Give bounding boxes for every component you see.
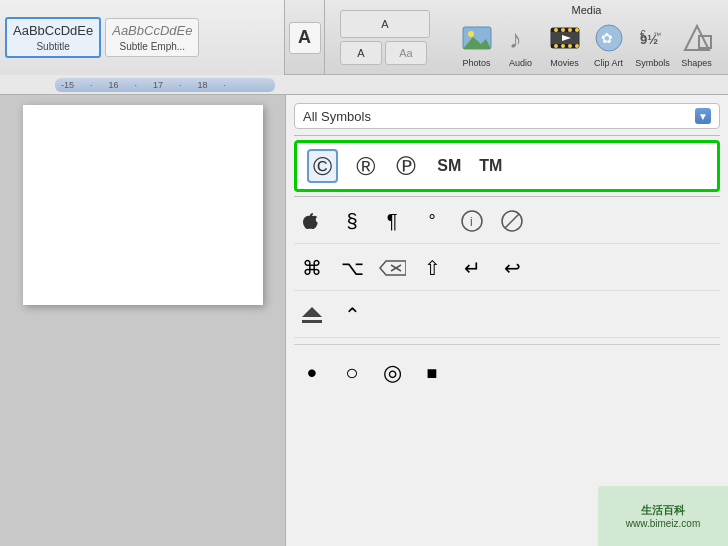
watermark: 生活百科 www.bimeiz.com [598, 486, 728, 546]
sound-recording-symbol[interactable]: ℗ [393, 153, 419, 179]
trademark-symbol[interactable]: TM [479, 158, 502, 174]
styles-panel: AaBbCcDdEe Subtitle AaBbCcDdEe Subtle Em… [0, 0, 285, 75]
black-square-symbol[interactable]: ■ [414, 355, 450, 391]
symbols-icon: 9½ € ™ [635, 20, 671, 56]
symbol-row-2: ⌘ ⌥ ⇧ ↵ ↩ [294, 246, 720, 291]
option-symbol[interactable]: ⌥ [334, 250, 370, 286]
media-title: Media [572, 4, 602, 16]
svg-point-1 [468, 31, 474, 37]
symbols-panel: All Symbols ▼ © ® ℗ SM TM § ¶ ° i [285, 95, 728, 546]
media-photos-button[interactable]: Photos [459, 20, 495, 68]
movies-icon [547, 20, 583, 56]
service-mark-symbol[interactable]: SM [437, 158, 461, 174]
symbol-grid: § ¶ ° i ⌘ ⌥ [294, 199, 720, 395]
svg-marker-30 [302, 307, 322, 317]
symbol-row-3: ⌃ [294, 293, 720, 338]
no-entry-symbol[interactable] [494, 203, 530, 239]
command-symbol[interactable]: ⌘ [294, 250, 330, 286]
toolbar: AaBbCcDdEe Subtitle AaBbCcDdEe Subtle Em… [0, 0, 728, 75]
svg-point-13 [568, 44, 572, 48]
control-symbol[interactable]: ⌃ [334, 297, 370, 333]
media-shapes-button[interactable]: Shapes [679, 20, 715, 68]
photos-label: Photos [462, 58, 490, 68]
symbols-dropdown[interactable]: All Symbols ▼ [294, 103, 720, 129]
font-size-icon: A [298, 27, 311, 48]
svg-text:i: i [470, 215, 473, 229]
ruler-dot-4: · [224, 80, 227, 90]
document-area [0, 95, 285, 546]
media-movies-button[interactable]: Movies [547, 20, 583, 68]
copyright-symbol[interactable]: © [307, 149, 338, 183]
style-subtle-emph-label: Subtle Emph... [120, 41, 186, 52]
ruler: -15 · 16 · 17 · 18 · [0, 75, 728, 95]
font-color-icon: A [357, 47, 364, 59]
symbols-dropdown-text: All Symbols [303, 109, 371, 124]
degree-symbol[interactable]: ° [414, 203, 450, 239]
svg-point-12 [561, 44, 565, 48]
apple-symbol[interactable] [294, 203, 330, 239]
dropdown-arrow-icon: ▼ [695, 108, 711, 124]
ruler-num-16: 16 [109, 80, 119, 90]
bullet-symbol[interactable]: • [294, 355, 330, 391]
movies-label: Movies [550, 58, 579, 68]
ruler-num-18: 18 [198, 80, 208, 90]
ruler-dot-1: · [90, 80, 93, 90]
style-subtle-emph[interactable]: AaBbCcDdEe Subtle Emph... [105, 18, 199, 58]
ruler-numbers: -15 · 16 · 17 · 18 · [61, 80, 226, 90]
info-symbol[interactable]: i [454, 203, 490, 239]
section-symbol[interactable]: § [334, 203, 370, 239]
svg-text:™: ™ [653, 31, 661, 40]
font-highlight-button[interactable]: Aa [385, 41, 427, 65]
font-size-button[interactable]: A [289, 22, 321, 54]
clipart-icon: ✿ [591, 20, 627, 56]
media-audio-button[interactable]: ♪ Audio [503, 20, 539, 68]
font-color-button[interactable]: A [340, 41, 382, 65]
watermark-line2: www.bimeiz.com [626, 518, 700, 529]
document-page [23, 105, 263, 305]
media-panel: Media Photos ♪ [445, 0, 728, 74]
font-format-buttons: A A Aa [340, 10, 430, 65]
ruler-inner: -15 · 16 · 17 · 18 · [55, 78, 275, 92]
shift-symbol[interactable]: ⇧ [414, 250, 450, 286]
symbol-row-4: • ○ ◎ ■ [294, 351, 720, 395]
font-name-button[interactable]: A [340, 10, 430, 38]
eject-symbol[interactable] [294, 297, 330, 333]
separator-below-highlight [294, 196, 720, 197]
media-symbols-button[interactable]: 9½ € ™ Symbols [635, 20, 671, 68]
media-clipart-button[interactable]: ✿ Clip Art [591, 20, 627, 68]
font-name-label: A [381, 18, 388, 30]
svg-point-14 [575, 44, 579, 48]
font-size-area: A [285, 0, 325, 75]
svg-point-11 [554, 44, 558, 48]
return2-symbol[interactable]: ↩ [494, 250, 530, 286]
style-subtitle[interactable]: AaBbCcDdEe Subtitle [5, 17, 101, 59]
shapes-icon [679, 20, 715, 56]
ruler-num-17: 17 [153, 80, 163, 90]
clipart-label: Clip Art [594, 58, 623, 68]
circle-symbol[interactable]: ○ [334, 355, 370, 391]
ruler-dot-2: · [135, 80, 138, 90]
return-symbol[interactable]: ↵ [454, 250, 490, 286]
svg-point-8 [561, 28, 565, 32]
symbol-row-1: § ¶ ° i [294, 199, 720, 244]
svg-line-26 [505, 214, 519, 228]
svg-rect-31 [302, 320, 322, 323]
registered-symbol[interactable]: ® [356, 153, 375, 179]
dotted-circle-symbol[interactable]: ◎ [374, 355, 410, 391]
photos-icon [459, 20, 495, 56]
style-subtitle-label: Subtitle [36, 41, 69, 52]
style-subtle-emph-preview: AaBbCcDdEe [112, 23, 192, 40]
svg-text:€: € [640, 29, 646, 40]
svg-marker-21 [685, 26, 709, 50]
svg-point-10 [575, 28, 579, 32]
ruler-dot-3: · [179, 80, 182, 90]
pilcrow-symbol[interactable]: ¶ [374, 203, 410, 239]
font-controls: A A Aa [325, 0, 445, 75]
shapes-label: Shapes [681, 58, 712, 68]
style-subtitle-preview: AaBbCcDdEe [13, 23, 93, 40]
ruler-num-15: -15 [61, 80, 74, 90]
delete-symbol[interactable] [374, 250, 410, 286]
audio-label: Audio [509, 58, 532, 68]
svg-text:♪: ♪ [509, 24, 522, 54]
watermark-line1: 生活百科 [641, 503, 685, 518]
